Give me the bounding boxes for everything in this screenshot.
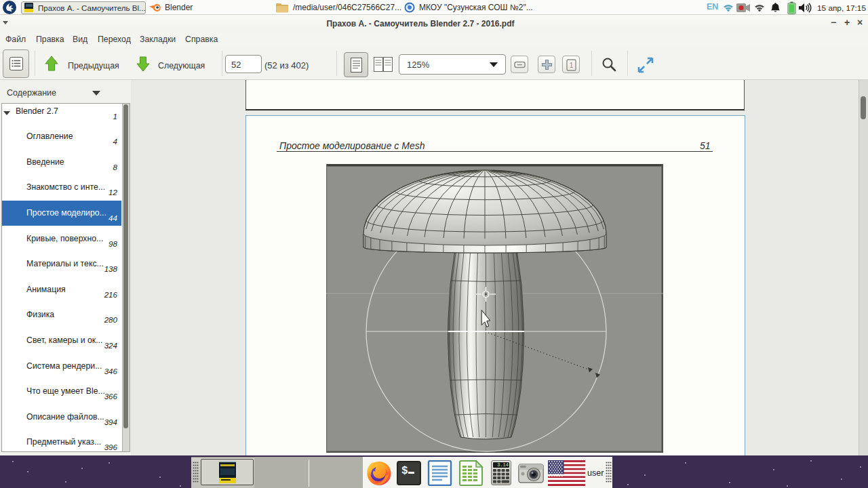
svg-text:1: 1 (570, 62, 574, 69)
